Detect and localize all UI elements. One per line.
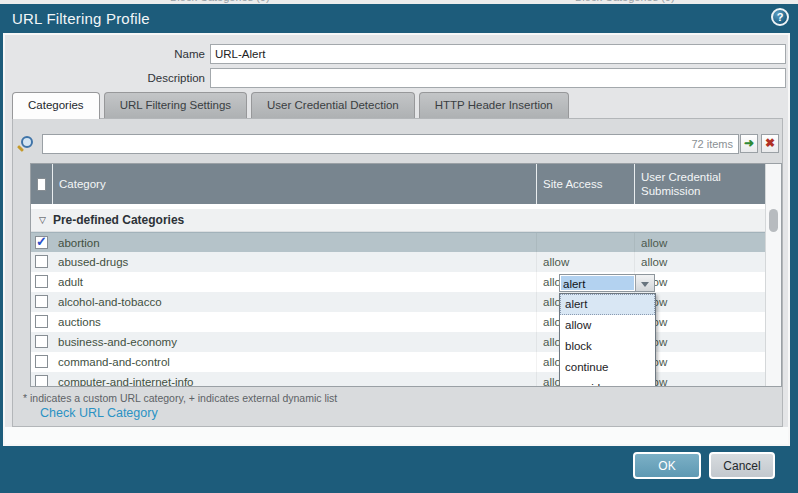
background-text-fragment: Block Categories (0)	[170, 0, 270, 3]
table-row-abortion[interactable]: abortion allow	[31, 232, 766, 252]
tab-user-credential-detection[interactable]: User Credential Detection	[251, 92, 415, 118]
dropdown-option-allow[interactable]: allow	[560, 315, 655, 336]
category-cell: adult	[52, 272, 536, 292]
dialog-bottom-strip	[5, 427, 788, 444]
category-cell: abused-drugs	[52, 252, 536, 272]
row-checkbox[interactable]	[35, 355, 48, 368]
ok-button[interactable]: OK	[633, 452, 701, 479]
site-access-combobox[interactable]: alert	[559, 274, 655, 292]
category-cell: alcohol-and-tobacco	[52, 292, 536, 312]
dialog-titlebar: URL Filtering Profile ?	[0, 4, 798, 33]
row-checkbox[interactable]	[35, 335, 48, 348]
submission-cell[interactable]: allow	[634, 252, 745, 272]
categories-table: Category Site Access User Credential Sub…	[30, 163, 782, 387]
group-row-predefined-categories[interactable]: ▽ Pre-defined Categories	[31, 209, 766, 232]
category-cell: computer-and-internet-info	[52, 372, 536, 387]
dropdown-option-block[interactable]: block	[560, 336, 655, 357]
category-cell: abortion	[52, 233, 536, 252]
select-all-checkbox[interactable]	[37, 178, 46, 191]
column-header-site-access[interactable]: Site Access	[536, 164, 634, 204]
dropdown-option-override[interactable]: override	[560, 378, 655, 387]
help-icon[interactable]: ?	[771, 8, 789, 26]
column-header-user-credential-submission[interactable]: User Credential Submission	[634, 164, 745, 204]
select-all-cell	[31, 164, 52, 204]
dialog-title: URL Filtering Profile	[12, 10, 150, 27]
group-label: Pre-defined Categories	[53, 213, 184, 227]
category-cell: command-and-control	[52, 352, 536, 372]
scrollbar-thumb[interactable]	[769, 209, 778, 232]
search-icon	[21, 136, 33, 148]
column-header-category[interactable]: Category	[52, 164, 536, 204]
tab-http-header-insertion[interactable]: HTTP Header Insertion	[419, 92, 569, 118]
vertical-scrollbar[interactable]	[765, 164, 781, 386]
tab-categories[interactable]: Categories	[12, 92, 100, 119]
table-row-adult[interactable]: adult allow allow	[31, 272, 766, 292]
clear-filter-button[interactable]: ✖	[761, 134, 779, 153]
row-checkbox[interactable]	[35, 236, 48, 249]
submission-cell[interactable]: allow	[634, 233, 745, 252]
url-filtering-profile-dialog: Name Description Categories URL Filterin…	[3, 33, 790, 446]
row-checkbox[interactable]	[35, 315, 48, 328]
table-row-abused-drugs[interactable]: abused-drugs allow allow	[31, 252, 766, 272]
site-access-cell	[536, 233, 634, 252]
row-checkbox[interactable]	[35, 275, 48, 288]
description-label: Description	[5, 68, 205, 88]
dropdown-option-continue[interactable]: continue	[560, 357, 655, 378]
dropdown-option-alert[interactable]: alert	[560, 294, 655, 315]
description-input[interactable]	[210, 68, 786, 88]
name-input[interactable]	[210, 44, 786, 64]
site-access-cell[interactable]: allow	[536, 252, 634, 272]
background-text-fragment: Block Categories (0)	[575, 0, 675, 3]
search-input[interactable]	[43, 135, 738, 153]
combobox-value: alert	[561, 276, 634, 290]
custom-category-footnote: * indicates a custom URL category, + ind…	[23, 392, 337, 404]
chevron-down-icon[interactable]	[635, 275, 654, 291]
table-header: Category Site Access User Credential Sub…	[31, 164, 766, 204]
categories-tab-panel: 72 items ➜ ✖ Category Site Access User C…	[12, 118, 783, 427]
category-cell: business-and-economy	[52, 332, 536, 352]
category-cell: auctions	[52, 312, 536, 332]
tab-url-filtering-settings[interactable]: URL Filtering Settings	[104, 92, 247, 118]
row-checkbox[interactable]	[35, 255, 48, 268]
search-field: 72 items	[42, 134, 739, 154]
items-count: 72 items	[691, 138, 733, 150]
apply-filter-button[interactable]: ➜	[740, 134, 758, 153]
collapse-triangle-icon[interactable]: ▽	[39, 215, 46, 225]
table-body: ▽ Pre-defined Categories abortion allow …	[31, 204, 766, 387]
cancel-button[interactable]: Cancel	[709, 452, 775, 479]
check-url-category-link[interactable]: Check URL Category	[40, 406, 158, 420]
tab-bar: Categories URL Filtering Settings User C…	[12, 92, 569, 118]
name-label: Name	[5, 44, 205, 64]
site-access-dropdown-list: alert allow block continue override	[559, 293, 656, 387]
row-checkbox[interactable]	[35, 295, 48, 308]
row-checkbox[interactable]	[35, 375, 48, 387]
